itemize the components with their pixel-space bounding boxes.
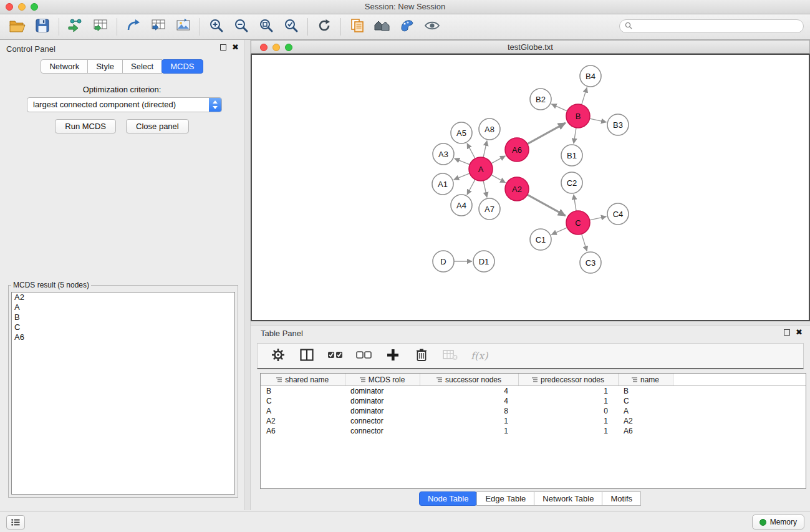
table-cell[interactable]: 4 <box>420 396 518 406</box>
table-settings-button[interactable] <box>270 348 286 364</box>
tab-network[interactable]: Network <box>41 59 88 74</box>
graph-node-C4[interactable]: C4 <box>607 203 629 225</box>
import-table-button[interactable] <box>88 16 113 37</box>
run-mcds-button[interactable]: Run MCDS <box>55 119 116 133</box>
graph-edge-A-A2[interactable] <box>491 175 506 183</box>
tab-style[interactable]: Style <box>87 59 123 74</box>
graph-edge-C-C2[interactable] <box>574 195 576 211</box>
graph-node-C[interactable]: C <box>566 211 590 235</box>
graph-edge-A-A8[interactable] <box>483 141 487 158</box>
mcds-result-list[interactable]: A2ABCA6 <box>11 292 235 495</box>
graph-edge-A-A3[interactable] <box>455 158 470 165</box>
table-cell[interactable]: connector <box>345 426 420 436</box>
vertical-splitter[interactable] <box>244 40 251 510</box>
result-item[interactable]: A2 <box>12 293 234 302</box>
table-row[interactable]: Cdominator41C <box>261 396 806 406</box>
graph-node-B[interactable]: B <box>566 104 590 128</box>
zoom-fit-button[interactable] <box>254 16 279 37</box>
table-cell[interactable]: 1 <box>420 426 518 436</box>
graph-node-A[interactable]: A <box>469 157 493 181</box>
graph-node-D[interactable]: D <box>433 251 454 272</box>
table-cell[interactable]: 1 <box>518 396 618 406</box>
graph-node-A3[interactable]: A3 <box>433 143 454 165</box>
table-cell[interactable]: 1 <box>518 386 618 397</box>
zoom-out-button[interactable] <box>229 16 254 37</box>
table-cell[interactable]: C <box>618 396 673 406</box>
table-row[interactable]: Adominator80A <box>261 406 806 416</box>
graph-edge-B-B3[interactable] <box>590 118 607 122</box>
create-column-button[interactable] <box>385 348 401 364</box>
table-cell[interactable]: 0 <box>518 406 618 416</box>
table-cell[interactable]: A <box>261 406 345 416</box>
graph-edge-B-B2[interactable] <box>551 104 567 111</box>
result-item[interactable]: A <box>12 302 234 312</box>
column-header-predecessor-nodes[interactable]: predecessor nodes <box>518 374 618 386</box>
result-item[interactable]: A6 <box>12 332 234 342</box>
memory-button[interactable]: Memory <box>752 515 804 530</box>
result-item[interactable]: C <box>12 322 234 332</box>
graph-node-A6[interactable]: A6 <box>505 138 529 162</box>
table-cell[interactable]: dominator <box>345 406 420 416</box>
apply-layout-button[interactable] <box>312 16 337 37</box>
table-cell[interactable]: A2 <box>261 416 345 426</box>
graph-node-D1[interactable]: D1 <box>473 251 494 272</box>
graph-node-C2[interactable]: C2 <box>561 172 582 193</box>
column-header-successor-nodes[interactable]: successor nodes <box>420 374 518 386</box>
table-cell[interactable]: A6 <box>618 426 673 436</box>
horizontal-splitter[interactable] <box>251 321 810 326</box>
open-session-button[interactable] <box>5 16 30 37</box>
import-network-button[interactable] <box>63 16 88 37</box>
graph-edge-A-A5[interactable] <box>467 143 475 158</box>
close-panel-icon[interactable]: ✖ <box>232 44 239 51</box>
graph-node-A2[interactable]: A2 <box>505 177 529 201</box>
tab-select[interactable]: Select <box>122 59 162 74</box>
graph-node-A1[interactable]: A1 <box>432 173 453 195</box>
copy-document-button[interactable] <box>345 16 370 37</box>
task-history-button[interactable] <box>6 515 25 530</box>
graph-edge-A6-B[interactable] <box>528 123 566 144</box>
table-cell[interactable]: A6 <box>261 426 345 436</box>
table-cell[interactable]: dominator <box>345 396 420 406</box>
graph-edge-A-A6[interactable] <box>491 156 506 163</box>
column-header-name[interactable]: name <box>618 374 673 386</box>
graph-edge-C-C1[interactable] <box>551 228 567 235</box>
delete-columns-button[interactable] <box>413 348 430 364</box>
select-all-button[interactable] <box>327 348 344 364</box>
table-cell[interactable]: 4 <box>420 386 518 397</box>
graph-edge-C-C3[interactable] <box>582 234 587 251</box>
column-header-shared-name[interactable]: shared name <box>261 374 345 386</box>
zoom-in-button[interactable] <box>204 16 229 37</box>
style-button[interactable] <box>395 16 420 37</box>
result-item[interactable]: B <box>12 312 234 322</box>
graph-node-A5[interactable]: A5 <box>451 122 472 143</box>
show-hide-button[interactable] <box>420 16 445 37</box>
tab-mcds[interactable]: MCDS <box>162 59 203 74</box>
table-cell[interactable]: B <box>618 386 673 397</box>
graph-node-B3[interactable]: B3 <box>607 114 629 135</box>
table-cell[interactable]: 1 <box>518 416 618 426</box>
graph-node-B1[interactable]: B1 <box>561 145 582 166</box>
graph-node-B2[interactable]: B2 <box>530 89 551 110</box>
table-cell[interactable]: A2 <box>618 416 673 426</box>
graph-node-C3[interactable]: C3 <box>580 252 601 273</box>
zoom-selected-button[interactable] <box>279 16 304 37</box>
export-table-button[interactable] <box>146 16 171 37</box>
tab-motifs[interactable]: Motifs <box>602 491 641 506</box>
table-cell[interactable]: A <box>618 406 673 416</box>
tab-node-table[interactable]: Node Table <box>419 491 478 506</box>
tab-network-table[interactable]: Network Table <box>534 491 602 506</box>
close-table-panel-icon[interactable]: ✖ <box>796 329 803 336</box>
float-table-panel-icon[interactable] <box>784 329 790 336</box>
network-canvas[interactable]: B4B2BB3A5A8A6B1A3AC2A1A2A4A7C4CC1C3DD1 <box>251 54 810 321</box>
export-network-button[interactable] <box>121 16 146 37</box>
first-neighbors-button[interactable] <box>370 16 395 37</box>
graph-edge-A2-C[interactable] <box>528 195 566 216</box>
graph-edge-C-C4[interactable] <box>590 216 607 220</box>
show-columns-button[interactable] <box>299 348 315 364</box>
tab-edge-table[interactable]: Edge Table <box>476 491 534 506</box>
table-row[interactable]: A6connector11A6 <box>261 426 806 436</box>
graph-node-A4[interactable]: A4 <box>451 195 472 216</box>
table-row[interactable]: A2connector11A2 <box>261 416 806 426</box>
optimization-criterion-select[interactable]: largest connected component (directed) <box>27 97 222 112</box>
table-cell[interactable]: dominator <box>345 386 420 397</box>
